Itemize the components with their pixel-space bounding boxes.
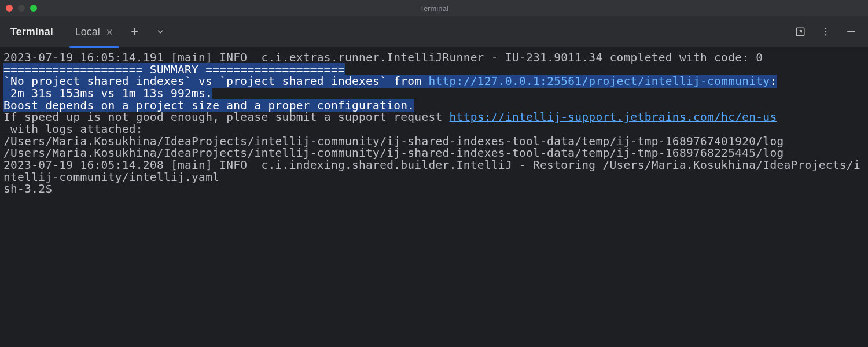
tab-local[interactable]: Local ✕ (72, 16, 117, 47)
terminal-output[interactable]: 2023-07-19 16:05:14.191 [main] INFO c.i.… (0, 47, 868, 195)
tabs-dropdown-icon[interactable] (153, 24, 168, 39)
tab-label: Local (75, 26, 100, 38)
support-url-link[interactable]: https://intellij-support.jetbrains.com/h… (450, 110, 777, 124)
toolbar-right-icons (794, 25, 858, 38)
log-path: /Users/Maria.Kosukhina/IdeaProjects/inte… (3, 146, 784, 160)
mac-traffic-lights (6, 5, 37, 12)
text: If speed up is not good enough, please s… (3, 110, 450, 124)
log-path: /Users/Maria.Kosukhina/IdeaProjects/inte… (3, 135, 784, 148)
terminal-tabstrip: Local ✕ + (72, 16, 168, 47)
hide-toolwindow-icon[interactable] (845, 25, 858, 38)
shell-prompt: sh-3.2$ (3, 182, 52, 195)
svg-point-1 (825, 28, 826, 29)
toolwindow-label: Terminal (10, 26, 53, 38)
log-line: 2023-07-19 16:05:14.208 [main] INFO c.i.… (3, 158, 860, 184)
local-url-link[interactable]: http://127.0.0.1:25561/project/intellij-… (428, 75, 770, 88)
svg-point-2 (825, 31, 826, 32)
log-line-selected: Boost depends on a project size and a pr… (3, 99, 414, 112)
text: `No project shared indexes` vs `project … (3, 75, 428, 88)
log-line: with logs attached: (3, 123, 143, 136)
terminal-toolbar: Terminal Local ✕ + (0, 16, 868, 47)
expand-terminal-icon[interactable] (794, 25, 807, 38)
maximize-window-button[interactable] (30, 5, 37, 12)
window-title: Terminal (420, 4, 448, 13)
log-line: 2023-07-19 16:05:14.191 [main] INFO c.i.… (3, 51, 763, 64)
log-line-selected: 2m 31s 153ms vs 1m 13s 992ms. (3, 87, 212, 100)
minimize-window-button[interactable] (18, 5, 25, 12)
close-tab-icon[interactable]: ✕ (106, 28, 113, 36)
log-line-selected: `No project shared indexes` vs `project … (3, 75, 777, 88)
window-titlebar: Terminal (0, 0, 868, 16)
svg-rect-0 (796, 28, 804, 36)
log-line: If speed up is not good enough, please s… (3, 110, 777, 124)
log-line-selected: ==================== SUMMARY ===========… (3, 63, 345, 76)
svg-point-3 (825, 34, 826, 35)
options-menu-icon[interactable] (819, 25, 832, 38)
new-tab-icon[interactable]: + (127, 24, 142, 39)
close-window-button[interactable] (6, 5, 13, 12)
text: : (770, 75, 777, 88)
